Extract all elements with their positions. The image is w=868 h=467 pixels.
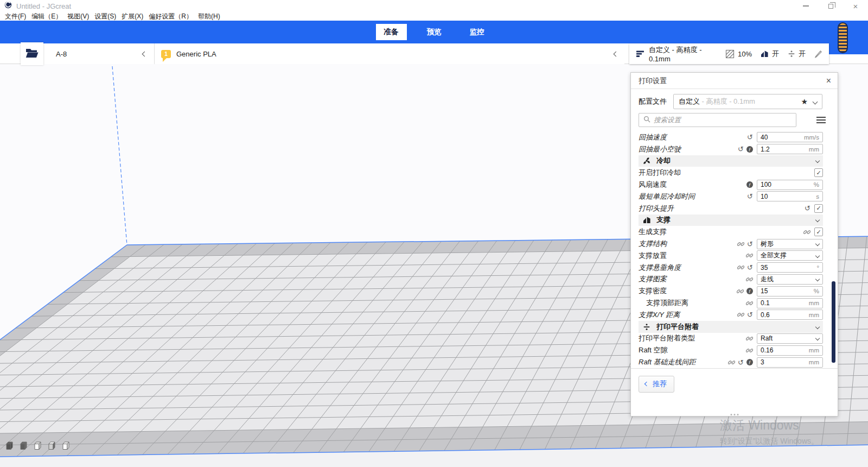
setting-label: 支撑放置	[639, 251, 667, 261]
menu-item[interactable]: 扩展(X)	[119, 12, 146, 21]
reset-icon[interactable]: ↺	[738, 146, 744, 153]
support-state: 开	[772, 49, 779, 59]
adhesion-icon	[642, 323, 651, 331]
setting-row: 支撑放置全部支撑	[639, 250, 823, 262]
setting-row: 支撑结构↺树形	[639, 238, 823, 250]
recommended-mode-button[interactable]: 推荐	[639, 376, 674, 393]
link-icon	[746, 347, 753, 354]
setting-input[interactable]: 10s	[757, 191, 823, 201]
support-icon	[642, 216, 651, 224]
print-settings-summary[interactable]: 自定义 - 高精度 - 0.1mm 10% 开 开	[629, 43, 829, 64]
search-placeholder: 搜索设置	[654, 116, 681, 125]
stage-tab-1[interactable]: 准备	[376, 24, 407, 40]
search-input[interactable]: 搜索设置	[639, 113, 796, 127]
panel-close-icon[interactable]: ×	[826, 77, 831, 85]
setting-select[interactable]: 走线	[757, 274, 823, 285]
reset-icon[interactable]: ↺	[747, 193, 753, 200]
setting-input[interactable]: 0.6mm	[757, 310, 823, 320]
view-right-button[interactable]	[61, 440, 71, 451]
restore-button[interactable]	[818, 0, 843, 12]
chevron-down-icon	[815, 324, 820, 329]
chevron-left-icon	[142, 51, 148, 56]
setting-select[interactable]: Raft	[757, 333, 823, 344]
chevron-down-icon	[815, 159, 820, 163]
open-folder-icon	[25, 47, 39, 61]
setting-input[interactable]: 35°	[757, 262, 823, 273]
reset-icon[interactable]: ↺	[747, 134, 753, 141]
menu-item[interactable]: 编辑（E）	[29, 12, 65, 21]
reset-icon[interactable]: ↺	[805, 205, 810, 212]
link-icon	[746, 252, 753, 259]
setting-select[interactable]: 全部支撑	[757, 250, 823, 261]
setting-input[interactable]: 40mm/s	[757, 132, 823, 142]
settings-section-header[interactable]: 打印平台附着	[639, 321, 823, 333]
profile-label: 配置文件	[639, 97, 667, 106]
infill-percent: 10%	[738, 50, 752, 58]
profile-dropdown[interactable]: 自定义 - 高精度 - 0.1mm ★	[673, 94, 822, 109]
function-value-icon: ƒ	[746, 146, 753, 153]
setting-label: 支撑顶部距离	[639, 298, 688, 308]
setting-label: 回抽速度	[639, 132, 667, 142]
settings-visibility-menu-icon[interactable]	[816, 117, 826, 123]
profile-value: 自定义	[679, 97, 700, 106]
link-icon	[728, 359, 735, 366]
jgcreat-window: Untitled - JGcreat × 文件(F)编辑（E）视图(V)设置(S…	[0, 0, 868, 467]
panel-title: 打印设置	[639, 76, 667, 86]
setting-input[interactable]: 15%	[757, 286, 823, 296]
menu-item[interactable]: 设置(S)	[92, 12, 119, 21]
star-icon[interactable]: ★	[801, 97, 808, 106]
settings-section-header[interactable]: 支撑	[639, 214, 823, 226]
stage-bar: 准备预览监控	[0, 21, 868, 43]
reset-icon[interactable]: ↺	[747, 264, 753, 271]
minimize-button[interactable]	[793, 0, 818, 12]
settings-section-header[interactable]: 冷却	[639, 155, 823, 167]
reset-icon[interactable]: ↺	[747, 311, 753, 318]
link-icon	[746, 276, 753, 283]
setting-row: 生成支撑✓	[639, 226, 823, 238]
recommended-label: 推荐	[653, 379, 667, 389]
view-left-button[interactable]	[47, 440, 57, 451]
setting-input[interactable]: 0.1mm	[757, 298, 823, 308]
stage-tab-2[interactable]: 预览	[419, 24, 450, 40]
menu-item[interactable]: 视图(V)	[65, 12, 92, 21]
panel-footer: 推荐	[631, 368, 838, 416]
setting-label: 开启打印冷却	[639, 168, 681, 178]
close-button[interactable]: ×	[843, 0, 868, 12]
section-title: 冷却	[656, 156, 671, 166]
setting-checkbox[interactable]: ✓	[814, 168, 823, 177]
setting-label: 回抽最小空驶	[639, 144, 681, 154]
reset-icon[interactable]: ↺	[747, 241, 753, 248]
setting-row: 支撑密度ƒ15%	[639, 285, 823, 297]
panel-resize-handle[interactable]	[730, 414, 738, 415]
menu-item[interactable]: 帮助(H)	[195, 12, 223, 21]
setting-label: 生成支撑	[639, 227, 667, 237]
setting-input[interactable]: 1.2mm	[757, 144, 823, 154]
setting-input[interactable]: 3mm	[757, 357, 823, 368]
view-3d-button[interactable]	[4, 440, 15, 451]
settings-list: 回抽速度↺40mm/s回抽最小空驶↺ƒ1.2mm冷却开启打印冷却✓风扇速度ƒ10…	[631, 131, 838, 368]
material-selector[interactable]: 1 Generic PLA	[155, 43, 624, 64]
setting-input[interactable]: 0.16mm	[757, 345, 823, 356]
setting-checkbox[interactable]: ✓	[814, 204, 823, 213]
setting-input[interactable]: 100%	[757, 180, 823, 190]
panel-header: 打印设置 ×	[631, 73, 838, 89]
printer-name: A-8	[56, 50, 67, 58]
view-top-button[interactable]	[33, 440, 43, 451]
setting-checkbox[interactable]: ✓	[814, 228, 823, 236]
printer-selector[interactable]: A-8	[43, 43, 155, 64]
stage-tab-3[interactable]: 监控	[462, 24, 493, 40]
menu-item[interactable]: 偏好设置（R）	[146, 12, 195, 21]
settings-scrollbar[interactable]	[832, 281, 835, 363]
print-settings-panel: 打印设置 × 配置文件 自定义 - 高精度 - 0.1mm ★ 搜索设置 回抽速…	[630, 72, 838, 416]
setting-label: 最短单层冷却时间	[639, 192, 695, 201]
view-front-button[interactable]	[18, 440, 29, 451]
setting-label: 支撑图案	[639, 274, 667, 284]
open-file-button[interactable]	[21, 42, 43, 65]
filament-spool-indicator[interactable]	[838, 22, 848, 53]
edit-pencil-icon[interactable]	[814, 50, 822, 58]
menu-item[interactable]: 文件(F)	[2, 12, 29, 21]
setting-row: 开启打印冷却✓	[639, 167, 823, 179]
function-value-icon: ƒ	[746, 181, 753, 188]
reset-icon[interactable]: ↺	[738, 359, 744, 366]
setting-select[interactable]: 树形	[757, 239, 823, 249]
